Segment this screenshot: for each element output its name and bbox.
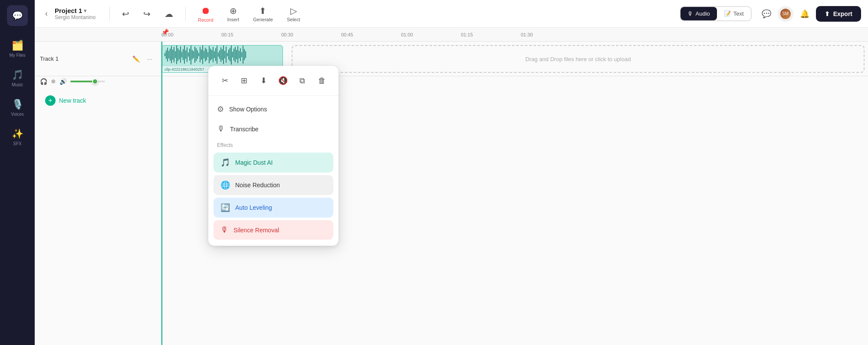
auto-leveling-button[interactable]: 🔄 Auto Leveling <box>214 198 333 218</box>
copy-tool-button[interactable]: ⊞ <box>237 73 252 88</box>
noise-reduction-button[interactable]: 🌐 Noise Reduction <box>214 175 333 195</box>
sidebar-item-sfx[interactable]: ✨ SFX <box>3 123 31 151</box>
chat-button[interactable]: 💬 <box>759 6 774 22</box>
select-button[interactable]: ▷ Select <box>282 3 306 25</box>
waveform-bar <box>179 50 180 59</box>
sfx-icon: ✨ <box>12 128 23 140</box>
waveform-bar <box>220 47 221 62</box>
mute-tool-button[interactable]: 🔇 <box>275 73 291 88</box>
context-menu: ✂ ⊞ ⬇ 🔇 ⧉ 🗑 ⚙ Show Options 🎙 Transcribe … <box>208 66 339 246</box>
volume-slider[interactable] <box>70 81 105 82</box>
waveform-bar <box>174 47 174 62</box>
waveform-bar <box>241 52 242 57</box>
waveform-bar <box>235 47 236 62</box>
mode-text-icon: 📝 <box>724 10 731 17</box>
show-options-button[interactable]: ⚙ Show Options <box>208 99 339 119</box>
header-divider-2 <box>185 7 186 21</box>
ruler-pin-icon: 📌 <box>161 28 169 36</box>
magic-dust-label: Magic Dust AI <box>235 159 273 166</box>
undo-icon: ↩ <box>122 9 129 19</box>
waveform-bar <box>193 51 194 58</box>
ruler-mark-5: 01:15 <box>461 32 521 37</box>
context-menu-items: ⚙ Show Options 🎙 Transcribe Effects 🎵 Ma… <box>208 96 339 246</box>
waveform-bar <box>166 50 167 59</box>
auto-leveling-label: Auto Leveling <box>235 204 272 211</box>
mode-text-button[interactable]: 📝 Text <box>717 7 751 20</box>
redo-button[interactable]: ↪ <box>138 6 156 22</box>
project-author: Sergio Montanino <box>55 14 95 20</box>
project-chevron-icon: ▾ <box>84 8 86 14</box>
waveform-bar <box>191 45 191 65</box>
track-edit-icon[interactable]: ✏️ <box>130 53 142 65</box>
sidebar: 💬 🗂️ My Files 🎵 Music 🎙️ Voices ✨ SFX <box>0 0 35 345</box>
waveform-bar <box>175 51 176 58</box>
sidebar-item-my-files[interactable]: 🗂️ My Files <box>3 35 31 62</box>
waveform-bar <box>215 48 216 61</box>
voices-icon: 🎙️ <box>12 99 23 110</box>
cloud-button[interactable]: ☁ <box>159 6 178 22</box>
waveform-bar <box>243 46 243 64</box>
waveform-bar <box>209 46 210 63</box>
waveform-bar <box>244 49 245 60</box>
music-icon: 🎵 <box>12 69 23 81</box>
waveform-bar <box>187 47 187 62</box>
track-header: Track 1 ✏️ ··· <box>35 42 161 76</box>
ruler-mark-6: 01:30 <box>521 32 581 37</box>
ruler-mark-3: 00:45 <box>341 32 401 37</box>
waveform-bar <box>200 47 201 62</box>
waveform-bar <box>206 49 207 60</box>
volume-fill <box>70 81 93 82</box>
transcribe-button[interactable]: 🎙 Transcribe <box>208 119 339 139</box>
download-tool-button[interactable]: ⬇ <box>256 73 272 88</box>
generate-button[interactable]: ⬆ Generate <box>248 3 278 25</box>
export-icon: ⬆ <box>825 10 830 17</box>
split-tool-button[interactable]: ⧉ <box>295 73 310 88</box>
redo-icon: ↪ <box>143 9 151 19</box>
track-name: Track 1 <box>40 55 126 62</box>
ruler-mark-2: 00:30 <box>281 32 341 37</box>
notifications-button[interactable]: 🔔 <box>797 6 812 22</box>
waveform-bar <box>224 51 225 59</box>
sidebar-item-music[interactable]: 🎵 Music <box>3 64 31 92</box>
waveform-bar <box>188 52 189 57</box>
mode-audio-icon: 🎙 <box>687 10 693 17</box>
timeline-container: 📌 00:00 00:15 00:30 00:45 01:00 01:15 01… <box>35 28 868 345</box>
silence-removal-icon: 🎙 <box>220 225 228 234</box>
noise-reduction-icon: 🌐 <box>220 180 230 190</box>
track-more-icon[interactable]: ··· <box>144 53 156 65</box>
waveform-bar <box>223 45 224 64</box>
silence-removal-label: Silence Removal <box>233 227 279 234</box>
record-button[interactable]: ⏺ Record <box>193 3 218 25</box>
export-button[interactable]: ⬆ Export <box>816 6 861 22</box>
waveform-bar <box>205 48 206 62</box>
insert-button[interactable]: ⊕ Insert <box>222 3 245 25</box>
mode-audio-button[interactable]: 🎙 Audio <box>681 7 717 20</box>
waveform-bar <box>170 49 171 61</box>
magic-dust-button[interactable]: 🎵 Magic Dust AI <box>214 153 333 172</box>
track-volume-controls: 🎧 ❄ 🔊 <box>35 76 161 87</box>
undo-button[interactable]: ↩ <box>117 6 135 22</box>
waveform-bar <box>237 46 238 63</box>
waveform-bar <box>219 50 220 59</box>
new-track-button[interactable]: + New track <box>38 90 158 111</box>
show-options-icon: ⚙ <box>217 104 224 114</box>
delete-tool-button[interactable]: 🗑 <box>314 73 330 88</box>
waveform-bar <box>232 52 233 58</box>
insert-icon: ⊕ <box>230 6 237 16</box>
mode-toggle: 🎙 Audio 📝 Text <box>680 6 752 21</box>
avatar: SM <box>780 9 791 19</box>
back-button[interactable]: ‹ <box>42 7 51 20</box>
silence-removal-button[interactable]: 🎙 Silence Removal <box>214 220 333 240</box>
waveform-bar <box>207 52 208 57</box>
sidebar-item-voices[interactable]: 🎙️ Voices <box>3 94 31 121</box>
drop-zone[interactable]: Drag and Drop files here or click to upl… <box>292 45 865 73</box>
cut-tool-button[interactable]: ✂ <box>217 73 233 88</box>
sidebar-logo: 💬 <box>7 5 28 26</box>
ruler-mark-4: 01:00 <box>401 32 461 37</box>
transcribe-label: Transcribe <box>230 126 259 133</box>
mode-audio-label: Audio <box>696 10 710 17</box>
add-button[interactable]: + SM <box>778 6 793 22</box>
waveform-bar <box>236 50 237 59</box>
waveform-bar <box>201 49 202 60</box>
waveform-bar <box>176 45 177 64</box>
